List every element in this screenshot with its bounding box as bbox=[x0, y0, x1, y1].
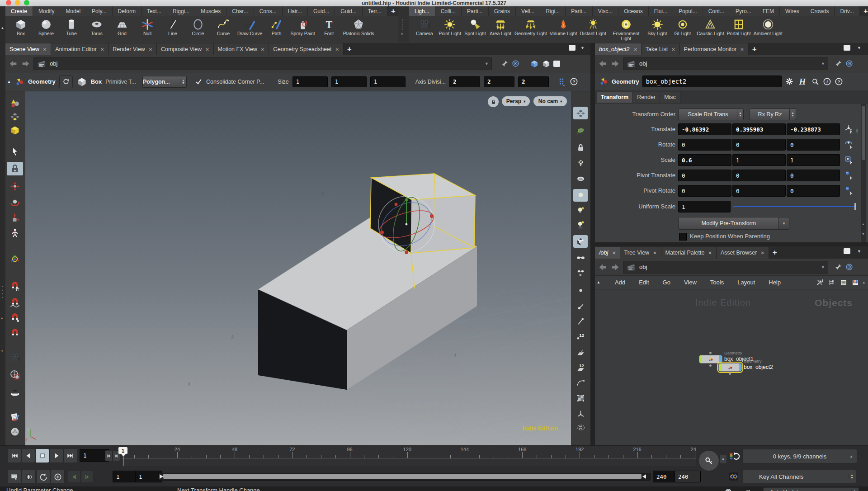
key-options-chevron[interactable]: ▼ bbox=[719, 455, 727, 464]
network-menu-go[interactable]: Go bbox=[662, 279, 671, 286]
menu-more-icon[interactable]: ▸ bbox=[863, 280, 865, 285]
axis-x-field[interactable]: 2 bbox=[449, 76, 480, 87]
range-start-handle[interactable] bbox=[160, 474, 163, 479]
previous-key-button[interactable] bbox=[68, 471, 80, 483]
pre-transform-chevron[interactable]: ▼ bbox=[778, 217, 789, 230]
close-tab-icon[interactable]: ✕ bbox=[612, 250, 615, 255]
update-mode-dropdown[interactable]: Auto Update ▲▼ bbox=[763, 487, 859, 491]
network-menu-edit[interactable]: Edit bbox=[638, 279, 650, 286]
display-profiles-button[interactable] bbox=[573, 376, 588, 388]
param-field-pivot-translate-1[interactable]: 0 bbox=[732, 170, 786, 181]
scene-pane-tab-5[interactable]: Geometry Spreadsheet✕ bbox=[269, 43, 344, 55]
parameter-dialog-icon[interactable] bbox=[557, 77, 566, 86]
shelf-tab-right-4[interactable]: Vell... bbox=[516, 6, 540, 16]
shelf-tool-draw-curve[interactable]: Draw Curve bbox=[236, 18, 264, 37]
snap-point-toggle[interactable] bbox=[7, 311, 23, 325]
recook-icon[interactable] bbox=[742, 487, 752, 491]
scrub-behavior-button[interactable] bbox=[36, 470, 50, 484]
shelf-tab-right-5[interactable]: Rigi... bbox=[540, 6, 566, 16]
rotate-handle-icon[interactable] bbox=[843, 138, 854, 150]
viewport-lock-button[interactable] bbox=[488, 96, 499, 107]
shelf-tool-gi-light[interactable]: GI Light bbox=[670, 18, 695, 37]
shelf-tool-camera[interactable]: Camera bbox=[412, 18, 437, 37]
help-icon[interactable]: ? bbox=[835, 77, 843, 86]
shelf-tool-caustic-light[interactable]: Caustic Light bbox=[695, 18, 726, 37]
perspective-view-button[interactable]: Persp▾ bbox=[502, 96, 530, 106]
shelf-tab-right-1[interactable]: Colli... bbox=[435, 6, 462, 16]
param-field-rotate-1[interactable]: 0 bbox=[732, 139, 786, 151]
shelf-add-tab-button[interactable]: + bbox=[387, 6, 399, 16]
pane-splitter-horizontal[interactable] bbox=[595, 242, 868, 246]
param-field-rotate-2[interactable]: 0 bbox=[787, 139, 840, 151]
forward-icon[interactable] bbox=[610, 262, 620, 272]
close-tab-icon[interactable]: ✕ bbox=[740, 47, 744, 52]
shelf-tool-geometry-light[interactable]: Geometry Light bbox=[513, 18, 548, 37]
zoom-window-button[interactable] bbox=[24, 0, 29, 5]
key-mode-spinner[interactable]: ▲▼ bbox=[849, 474, 855, 479]
param-field-translate-0[interactable]: -0.86392 bbox=[678, 123, 731, 135]
shelf-tab-right-0[interactable]: Ligh... bbox=[409, 6, 435, 16]
handles-tool-button[interactable] bbox=[7, 252, 23, 266]
network-pane-tab-3[interactable]: Asset Browser✕ bbox=[717, 247, 769, 259]
keys-summary-chevron[interactable]: ▲ bbox=[849, 454, 853, 458]
transform-order-spinner[interactable]: ▲▼ bbox=[737, 109, 744, 120]
network-pane-tab-2[interactable]: Material Palette✕ bbox=[661, 247, 717, 259]
high-quality-lighting-button[interactable] bbox=[573, 203, 588, 216]
axis-y-field[interactable]: 2 bbox=[484, 76, 514, 87]
scene-pane-tab-2[interactable]: Render View✕ bbox=[108, 43, 157, 55]
shelf-tool-null[interactable]: Null bbox=[135, 18, 160, 37]
pane-menu-chevron-icon[interactable]: ▼ bbox=[857, 249, 861, 254]
left-stowbar[interactable]: ▲ ▪▪▪▪ ◂ ◂ ▼ bbox=[0, 6, 5, 486]
param-field-rotate-0[interactable]: 0 bbox=[678, 139, 731, 151]
close-tab-icon[interactable]: ✕ bbox=[760, 250, 764, 255]
shelf-tab-right-2[interactable]: Parti... bbox=[462, 6, 489, 16]
param-field-scale-1[interactable]: 1 bbox=[732, 154, 786, 166]
shelf-tab-right-16[interactable]: Driv... bbox=[835, 6, 859, 16]
shelf-tool-grid[interactable]: Grid bbox=[109, 18, 135, 37]
camera-select-button[interactable]: No cam▾ bbox=[533, 96, 567, 106]
pre-transform-dropdown[interactable]: Modify Pre-Transform bbox=[678, 217, 779, 230]
pin-icon[interactable] bbox=[501, 60, 509, 67]
normal-lighting-button[interactable] bbox=[573, 189, 588, 202]
shelf-tab-right-14[interactable]: Wires bbox=[780, 6, 805, 16]
display-point-trails-button[interactable] bbox=[573, 315, 588, 328]
parameter-pane-tab-2[interactable]: Performance Monitor✕ bbox=[680, 43, 749, 55]
display-uv-overlay-button[interactable] bbox=[573, 392, 588, 404]
shelf-tool-sphere[interactable]: Sphere bbox=[33, 18, 59, 37]
shelf-tool-volume-light[interactable]: Volume Light bbox=[548, 18, 579, 37]
scene-pane-tab-3[interactable]: Composite View✕ bbox=[157, 43, 213, 55]
shelf-tab-right-15[interactable]: Crowds bbox=[805, 6, 835, 16]
view-lock-button[interactable] bbox=[573, 141, 588, 154]
scene-pane-tab-4[interactable]: Motion FX View✕ bbox=[214, 43, 269, 55]
close-tab-icon[interactable]: ✕ bbox=[261, 47, 264, 52]
close-tab-icon[interactable]: ✕ bbox=[671, 47, 675, 52]
shelf-tab-right-12[interactable]: Pyro... bbox=[730, 6, 757, 16]
shelf-tab-left-2[interactable]: Model bbox=[60, 6, 86, 16]
shelf-tab-left-5[interactable]: Text... bbox=[142, 6, 167, 16]
network-menu-add[interactable]: Add bbox=[614, 279, 626, 286]
network-pane-add-tab-button[interactable]: + bbox=[769, 247, 781, 259]
shelf-tab-right-10[interactable]: Popul... bbox=[673, 6, 703, 16]
viewport-canvas[interactable]: 24-2-42 bbox=[25, 91, 571, 445]
go-to-end-button[interactable] bbox=[63, 449, 77, 463]
network-pane-tab-0[interactable]: /obj✕ bbox=[595, 247, 620, 259]
display-prim-normals-button[interactable] bbox=[573, 346, 588, 359]
close-tab-icon[interactable]: ✕ bbox=[335, 47, 339, 52]
node-output-connector[interactable] bbox=[709, 364, 712, 367]
step-back-button[interactable] bbox=[105, 450, 113, 461]
next-key-button[interactable] bbox=[81, 471, 94, 483]
transform-order-dropdown[interactable]: Scale Rot Trans bbox=[678, 109, 738, 120]
close-tab-icon[interactable]: ✕ bbox=[43, 47, 47, 52]
group-select-button[interactable] bbox=[573, 124, 588, 137]
view-camera-button[interactable] bbox=[7, 351, 23, 364]
geometry-context-icon[interactable] bbox=[14, 77, 24, 87]
range-end-handle[interactable] bbox=[642, 474, 646, 479]
param-field-pivot-translate-2[interactable]: 0 bbox=[787, 170, 840, 181]
scene-pane-tab-0[interactable]: Scene View✕ bbox=[5, 43, 51, 55]
list-view-icon[interactable] bbox=[840, 279, 848, 287]
shelf-tool-circle[interactable]: Circle bbox=[185, 18, 211, 37]
network-menu-layout[interactable]: Layout bbox=[736, 279, 756, 286]
pivot-translate-handle-icon[interactable] bbox=[843, 169, 854, 181]
shelf-tab-left-3[interactable]: Poly... bbox=[86, 6, 112, 16]
preview-shaded-button[interactable] bbox=[573, 266, 588, 279]
